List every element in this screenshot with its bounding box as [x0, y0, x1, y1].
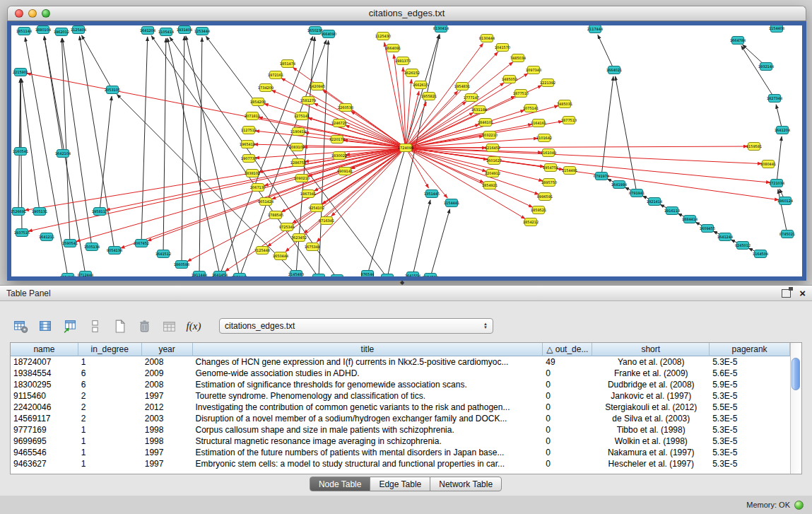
graph-node[interactable]: 1721034 [769, 180, 784, 187]
graph-node[interactable]: 1851474 [280, 60, 295, 68]
graph-edge[interactable] [182, 36, 184, 264]
graph-node[interactable]: 9909141 [337, 168, 353, 175]
column-header[interactable]: title [193, 343, 543, 356]
graph-node[interactable]: 8130444 [479, 35, 495, 42]
graph-node[interactable]: 1724098 [398, 144, 413, 152]
graph-node[interactable]: 9245012 [735, 242, 751, 250]
table-scrollbar[interactable] [790, 343, 801, 474]
graph-node[interactable]: 1609455 [700, 225, 715, 233]
graph-node[interactable]: 876544 [360, 271, 374, 277]
graph-edge[interactable] [76, 148, 406, 242]
graph-edge[interactable] [28, 148, 406, 231]
graph-node[interactable]: 1154491 [562, 167, 577, 175]
graph-node[interactable]: 1159581 [746, 143, 762, 151]
float-panel-icon[interactable] [782, 289, 791, 298]
graph-node[interactable]: 1286753 [290, 159, 306, 167]
graph-edge[interactable] [44, 36, 63, 153]
graph-node[interactable]: 1485053 [502, 76, 517, 83]
graph-node[interactable]: 1154441 [444, 199, 459, 207]
graph-node[interactable]: 1154408 [769, 25, 784, 33]
graph-node[interactable]: 1954104 [60, 274, 76, 277]
graph-edge[interactable] [163, 38, 166, 254]
graph-node[interactable]: 1641244 [717, 233, 733, 241]
graph-edge[interactable] [100, 96, 112, 211]
graph-node[interactable]: 2067137 [250, 184, 266, 192]
graph-node[interactable]: 1164161 [531, 119, 546, 127]
graph-node[interactable]: 1877513 [561, 117, 577, 124]
graph-edge[interactable] [741, 46, 775, 98]
graph-node[interactable]: 7485031 [557, 100, 572, 108]
graph-node[interactable]: 1125404 [71, 26, 86, 34]
graph-node[interactable]: 1860124 [777, 197, 793, 205]
graph-edge[interactable] [598, 35, 614, 70]
graph-node[interactable]: 1734209 [258, 84, 273, 92]
graph-node[interactable]: 1954441 [311, 274, 326, 277]
graph-node[interactable]: 8130414 [433, 25, 449, 33]
graph-node[interactable]: 1164504 [753, 250, 768, 258]
close-panel-icon[interactable]: × [799, 288, 806, 298]
graph-node[interactable]: 1675344 [305, 243, 320, 251]
graph-node[interactable]: 6791974 [594, 173, 609, 180]
graph-node[interactable]: 1631184 [471, 106, 487, 114]
graph-node[interactable]: 1626152 [404, 69, 420, 77]
graph-node[interactable]: 1827344 [767, 95, 782, 103]
graph-edge[interactable] [406, 148, 770, 182]
graph-node[interactable]: 1505134 [84, 243, 100, 251]
tab-edge-table[interactable]: Edge Table [370, 477, 430, 491]
graph-node[interactable]: 8791941 [629, 189, 645, 197]
graph-edge[interactable] [413, 200, 430, 276]
graph-node[interactable]: 1641512 [155, 250, 171, 258]
graph-node[interactable]: 1125444 [329, 275, 345, 277]
graph-node[interactable]: 1931404 [177, 26, 192, 34]
graph-node[interactable]: 1880104 [35, 26, 51, 34]
graph-node[interactable]: 8745021 [779, 230, 795, 238]
table-row[interactable]: 946362711997Embryonic stem cells: a mode… [11, 458, 790, 469]
graph-node[interactable]: 1642104 [55, 150, 71, 158]
row-options-button[interactable] [86, 317, 104, 335]
graph-node[interactable]: 1916118 [664, 207, 680, 215]
graph-edge[interactable] [777, 136, 782, 183]
graph-node[interactable]: 1080441 [760, 160, 776, 168]
graph-node[interactable]: 1860598 [174, 261, 189, 269]
graph-edge[interactable] [62, 38, 92, 247]
graph-node[interactable]: 2150441 [232, 274, 247, 277]
scrollbar-thumb[interactable] [792, 358, 800, 390]
table-row[interactable]: 911546021997Tourette syndrome. Phenomeno… [11, 390, 790, 402]
graph-edge[interactable] [601, 76, 613, 176]
graph-edge[interactable] [267, 148, 406, 247]
graph-node[interactable]: 1650444 [273, 252, 288, 260]
network-canvas-svg[interactable]: 1724098185147419721611734209185420820718… [11, 25, 802, 276]
table-row[interactable]: 1938455462009Genome-wide association stu… [11, 368, 790, 379]
graph-node[interactable]: 1895750 [541, 179, 557, 187]
new-table-button[interactable] [110, 317, 129, 335]
graph-node[interactable]: 1246721 [331, 119, 347, 127]
graph-node[interactable]: 2161049 [541, 149, 556, 157]
graph-edge[interactable] [147, 148, 406, 241]
graph-node[interactable]: 2526691 [11, 208, 26, 216]
graph-node[interactable]: 1641204 [775, 127, 790, 134]
graph-edge[interactable] [616, 76, 637, 193]
graph-node[interactable]: 1581279 [300, 97, 316, 105]
graph-node[interactable]: 1884414 [682, 216, 698, 223]
graph-node[interactable]: 9254102 [309, 204, 324, 212]
graph-node[interactable]: 1859521 [531, 206, 546, 214]
graph-node[interactable]: 1351445 [424, 190, 440, 198]
table-selector[interactable]: citations_edges.txt ▲ ▼ [219, 318, 493, 334]
graph-node[interactable]: 1662615 [413, 81, 428, 89]
column-header[interactable]: pagerank [710, 343, 790, 356]
graph-node[interactable]: 7125448 [254, 247, 270, 255]
graph-edge[interactable] [430, 209, 450, 276]
minimize-button[interactable] [28, 9, 37, 18]
graph-node[interactable]: 1954754 [543, 164, 558, 172]
graph-node[interactable]: 2145483 [288, 271, 304, 277]
graph-node[interactable]: 1851144 [16, 28, 32, 35]
column-header[interactable]: short [592, 343, 710, 356]
graph-node[interactable]: 9725341 [279, 223, 295, 231]
graph-node[interactable]: 1590541 [62, 240, 78, 247]
graph-node[interactable]: 1160541 [13, 148, 28, 156]
graph-node[interactable]: 1075141 [523, 105, 539, 112]
graph-edge[interactable] [199, 37, 202, 275]
node-table-scroll-area[interactable]: namein_degreeyeartitle△ out_de...shortpa… [11, 343, 790, 474]
graph-node[interactable]: 1981373 [395, 57, 411, 65]
graph-edge[interactable] [18, 78, 20, 211]
